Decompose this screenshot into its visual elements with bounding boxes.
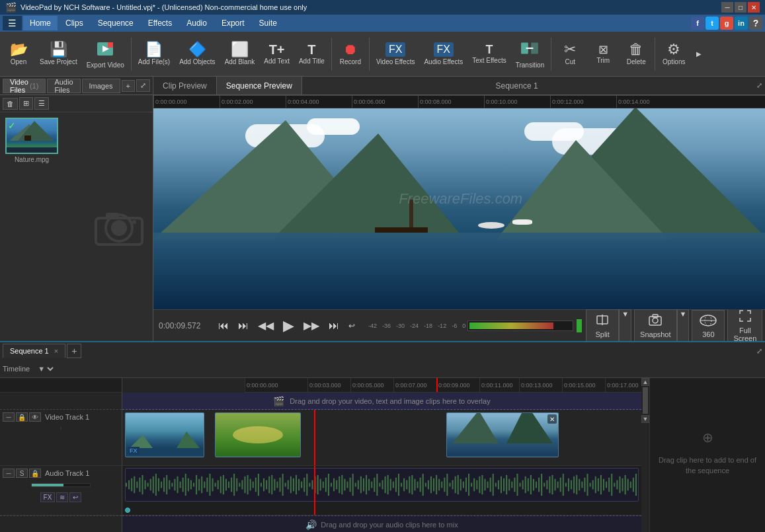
scroll-down-button[interactable]: ▼ xyxy=(641,415,649,423)
svg-rect-146 xyxy=(468,474,469,496)
text-effects-button[interactable]: T Text Effects xyxy=(468,34,510,74)
more-button[interactable]: ▶ xyxy=(691,34,707,74)
timeline-dropdown[interactable]: ▼ xyxy=(35,364,56,373)
panel-maximize-button[interactable]: ⤢ xyxy=(136,79,150,92)
linkedin-icon[interactable]: in xyxy=(735,17,748,30)
options-button[interactable]: ⚙ Options xyxy=(658,34,690,74)
skip-to-end-button[interactable]: ⏭ xyxy=(326,319,342,333)
scroll-up-button[interactable]: ▲ xyxy=(641,378,649,386)
svg-rect-38 xyxy=(177,476,179,493)
video-clip-1[interactable]: FX xyxy=(125,412,204,457)
waveform-svg xyxy=(126,469,638,501)
minimize-button[interactable]: ─ xyxy=(721,2,733,13)
preview-expand-button[interactable]: ⤢ xyxy=(751,80,765,91)
svg-rect-124 xyxy=(409,476,410,493)
split-button[interactable]: Split xyxy=(586,309,619,342)
add-title-button[interactable]: T Add Title xyxy=(295,34,329,74)
svg-rect-114 xyxy=(382,480,383,490)
svg-rect-179 xyxy=(557,482,559,488)
facebook-icon[interactable]: f xyxy=(691,17,704,30)
prev-frame-button[interactable]: ⏭ xyxy=(235,319,251,333)
open-icon: 📂 xyxy=(10,42,28,57)
fast-forward-button[interactable]: ▶▶ xyxy=(301,318,322,333)
scroll-thumb[interactable] xyxy=(643,387,648,414)
add-objects-button[interactable]: 🔷 Add Objects xyxy=(175,34,219,74)
close-button[interactable]: ✕ xyxy=(748,2,760,13)
audio-clip-1[interactable] xyxy=(125,468,639,502)
menu-suite[interactable]: Suite xyxy=(253,16,284,30)
menu-export[interactable]: Export xyxy=(215,16,251,30)
video-track-lock-button[interactable]: 🔒 xyxy=(16,412,28,422)
audio-files-tab[interactable]: Audio Files xyxy=(47,79,80,93)
video-clip-2[interactable] xyxy=(215,412,301,457)
sequence-preview-tab[interactable]: Sequence Preview xyxy=(217,77,302,95)
trim-button[interactable]: ⊠ Trim xyxy=(587,34,619,74)
video-files-tab[interactable]: Video Files (1) xyxy=(3,79,46,93)
add-sequence-button[interactable]: + xyxy=(67,344,81,358)
vr360-button[interactable]: 360 xyxy=(692,310,725,342)
video-effects-button[interactable]: FX Video Effects xyxy=(372,34,419,74)
add-blank-button[interactable]: ⬜ Add Blank xyxy=(221,34,259,74)
clip-1-fx-label[interactable]: FX xyxy=(128,447,140,455)
delete-clip-button[interactable]: 🗑 xyxy=(3,98,18,110)
snapshot-button[interactable]: Snapshot xyxy=(634,309,676,342)
video-file-item[interactable]: ✓ Nature.mpg xyxy=(5,118,58,163)
loop-button[interactable]: ↩ xyxy=(346,320,358,332)
audio-eq-button[interactable]: ≋ xyxy=(56,492,68,502)
snapshot-dropdown-button[interactable]: ▼ xyxy=(677,309,690,342)
fullscreen-button[interactable]: Full Screen xyxy=(727,305,762,346)
play-button[interactable]: ▶ xyxy=(280,316,297,336)
google-icon[interactable]: g xyxy=(720,17,733,30)
svg-rect-144 xyxy=(463,482,464,488)
video-clip-3[interactable]: ✕ xyxy=(446,412,559,457)
cut-button[interactable]: ✂ Cut xyxy=(554,34,586,74)
clip-3-close-button[interactable]: ✕ xyxy=(547,414,557,424)
sequence-tab-1[interactable]: Sequence 1 × xyxy=(3,344,65,358)
audio-effects-button[interactable]: FX Audio Effects xyxy=(420,34,467,74)
help-icon[interactable]: ? xyxy=(749,17,762,30)
audio-fx-button[interactable]: FX xyxy=(40,492,56,502)
menu-clips[interactable]: Clips xyxy=(59,16,90,30)
svg-rect-24 xyxy=(139,478,140,492)
play-time-display: 0:00:09.572 xyxy=(159,321,212,330)
menu-sequence[interactable]: Sequence xyxy=(91,16,140,30)
images-tab[interactable]: Images xyxy=(82,79,120,93)
save-project-button[interactable]: 💾 Save Project xyxy=(36,34,81,74)
view-grid-button[interactable]: ⊞ xyxy=(19,97,33,110)
video-track-visibility-button[interactable]: 👁 xyxy=(29,412,41,422)
view-list-button[interactable]: ☰ xyxy=(34,97,49,110)
record-button[interactable]: ⏺ Record xyxy=(335,34,366,74)
svg-rect-133 xyxy=(433,478,434,492)
skip-to-start-button[interactable]: ⏮ xyxy=(216,319,231,333)
sequence-tab-close-icon[interactable]: × xyxy=(54,347,58,355)
add-media-type-button[interactable]: + xyxy=(122,80,135,92)
clip-preview-tab[interactable]: Clip Preview xyxy=(153,77,217,95)
svg-rect-88 xyxy=(311,480,313,490)
hamburger-menu-button[interactable]: ☰ xyxy=(3,16,22,30)
timeline-expand-button[interactable]: ⤢ xyxy=(756,347,762,356)
rewind-button[interactable]: ◀◀ xyxy=(255,318,276,333)
add-text-button[interactable]: T+ Add Text xyxy=(260,34,294,74)
split-icon xyxy=(595,313,610,330)
drop-zone-right[interactable]: ⊕ Drag clip here to add to end of the se… xyxy=(649,378,765,532)
transition-button[interactable]: Transition xyxy=(512,34,549,74)
open-button[interactable]: 📂 Open xyxy=(3,34,34,74)
delete-button[interactable]: 🗑 Delete xyxy=(620,34,652,74)
audio-track-solo-button[interactable]: S xyxy=(16,469,28,478)
audio-volume-slider[interactable] xyxy=(31,483,91,487)
add-files-button[interactable]: 📄 Add File(s) xyxy=(134,34,174,74)
timeline-content: ─ 🔒 👁 Video Track 1 ─ S xyxy=(0,378,765,532)
audio-track-mute-button[interactable]: ─ xyxy=(3,469,15,478)
svg-rect-46 xyxy=(198,479,200,491)
menu-audio[interactable]: Audio xyxy=(180,16,214,30)
split-dropdown-button[interactable]: ▼ xyxy=(619,309,631,342)
audio-track-lock-button[interactable]: 🔒 xyxy=(29,469,41,478)
menu-home[interactable]: Home xyxy=(23,16,58,30)
maximize-button[interactable]: □ xyxy=(735,2,746,13)
export-video-button[interactable]: Export Video xyxy=(83,34,128,74)
track-volume-slider[interactable] xyxy=(60,427,61,430)
video-track-mute-button[interactable]: ─ xyxy=(3,412,15,422)
twitter-icon[interactable]: t xyxy=(705,17,719,30)
menu-effects[interactable]: Effects xyxy=(141,16,179,30)
audio-loop-button[interactable]: ↩ xyxy=(69,492,81,502)
